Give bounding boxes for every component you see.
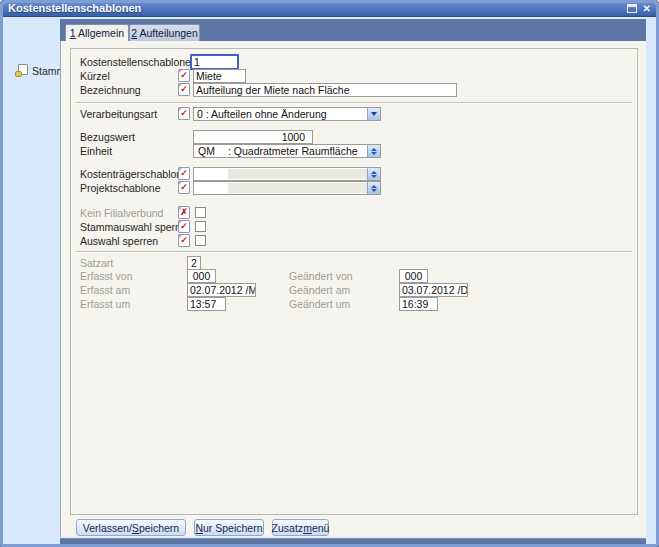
geaendert-von-value: 000: [399, 269, 428, 283]
separator: [76, 251, 632, 253]
empty-desc-area: [228, 183, 367, 193]
bottom-status-bar: [60, 538, 646, 545]
stammblatt-icon: [15, 64, 28, 77]
label-auswahl-sperren: Auswahl sperren: [80, 235, 158, 247]
kuerzel-modified-check-icon: ✓: [178, 69, 190, 82]
spinner-icon[interactable]: [367, 168, 380, 180]
app-window: Kostenstellenschablonen ✕ Stammblatt 1 A…: [0, 0, 659, 547]
dropdown-arrow-icon[interactable]: [367, 108, 380, 120]
kein-filialverbund-checkbox: [195, 207, 206, 218]
label-verarbeitungsart: Verarbeitungsart: [80, 108, 157, 120]
label-einheit: Einheit: [80, 145, 112, 157]
verarbeitungsart-modified-check-icon: ✓: [178, 107, 190, 120]
restore-icon[interactable]: [627, 4, 637, 13]
tab-strip: 1 Allgemein 2 Aufteilungen: [60, 19, 646, 41]
geaendert-am-value: 03.07.2012 /Di: [399, 283, 468, 297]
nur-speichern-button[interactable]: Nur Speichern: [194, 519, 264, 536]
label-kostenstellenschablone: Kostenstellenschablone: [80, 56, 191, 68]
label-erfasst-von: Erfasst von: [80, 270, 133, 282]
auswahl-sperren-checkbox[interactable]: [195, 235, 206, 246]
verarbeitungsart-value: 0 : Aufteilen ohne Änderung: [197, 108, 327, 120]
kostentraegerschablone-combo[interactable]: [193, 167, 381, 181]
bezugswert-input[interactable]: [193, 130, 313, 144]
spinner-icon[interactable]: [367, 182, 380, 194]
label-bezugswert: Bezugswert: [80, 131, 135, 143]
label-geaendert-am: Geändert am: [289, 284, 350, 296]
einheit-desc: : Quadratmeter Raumfläche: [228, 145, 358, 157]
label-erfasst-am: Erfasst am: [80, 284, 130, 296]
label-stammauswahl-sperren: Stammauswahl sperren: [80, 221, 190, 233]
label-kein-filialverbund: Kein Filialverbund: [80, 207, 163, 219]
kostenstellenschablone-input[interactable]: [190, 54, 239, 70]
window-titlebar: Kostenstellenschablonen ✕: [0, 0, 659, 17]
kein-filialverbund-cross-icon: ✗: [178, 206, 190, 219]
stammauswahl-sperren-check-icon: ✓: [178, 220, 190, 233]
verarbeitungsart-dropdown[interactable]: 0 : Aufteilen ohne Änderung: [193, 107, 381, 121]
auswahl-sperren-check-icon: ✓: [178, 234, 190, 247]
close-icon[interactable]: ✕: [643, 4, 651, 13]
erfasst-um-value: 13:57: [187, 297, 226, 311]
stammauswahl-sperren-checkbox[interactable]: [195, 221, 206, 232]
label-kuerzel: Kürzel: [80, 70, 110, 82]
kostentraegerschablone-modified-check-icon: ✓: [178, 167, 190, 180]
einheit-code: QM: [198, 145, 215, 157]
label-bezeichnung: Bezeichnung: [80, 84, 141, 96]
einheit-combo[interactable]: QM : Quadratmeter Raumfläche: [193, 144, 381, 158]
separator: [76, 102, 632, 104]
projektschablone-combo[interactable]: [193, 181, 381, 195]
tab-allgemein[interactable]: 1 Allgemein: [65, 24, 129, 41]
verlassen-speichern-button[interactable]: Verlassen/Speichern: [76, 519, 186, 536]
label-projektschablone: Projektschablone: [80, 182, 161, 194]
label-satzart: Satzart: [80, 257, 113, 269]
satzart-value: 2: [187, 256, 201, 270]
zusatzmenue-button[interactable]: Zusatzmenü: [272, 519, 329, 536]
window-title: Kostenstellenschablonen: [8, 2, 141, 14]
empty-desc-area: [228, 169, 367, 179]
label-geaendert-von: Geändert von: [289, 270, 353, 282]
kuerzel-input[interactable]: [193, 69, 246, 83]
tab-page-allgemein: Kostenstellenschablone Kürzel ✓ Bezeichn…: [60, 41, 646, 537]
spinner-icon[interactable]: [367, 145, 380, 157]
bezeichnung-input[interactable]: [193, 83, 457, 97]
tab-aufteilungen-label: Aufteilungen: [137, 27, 198, 39]
tab-aufteilungen[interactable]: 2 Aufteilungen: [129, 24, 200, 41]
label-erfasst-um: Erfasst um: [80, 298, 130, 310]
projektschablone-modified-check-icon: ✓: [178, 181, 190, 194]
label-geaendert-um: Geändert um: [289, 298, 350, 310]
erfasst-von-value: 000: [187, 269, 216, 283]
label-kostentraegerschablone: Kostenträgerschablone: [80, 168, 188, 180]
geaendert-um-value: 16:39: [399, 297, 438, 311]
erfasst-am-value: 02.07.2012 /Mo: [187, 283, 256, 297]
bezeichnung-modified-check-icon: ✓: [178, 83, 190, 96]
tab-allgemein-label: Allgemein: [76, 27, 124, 39]
